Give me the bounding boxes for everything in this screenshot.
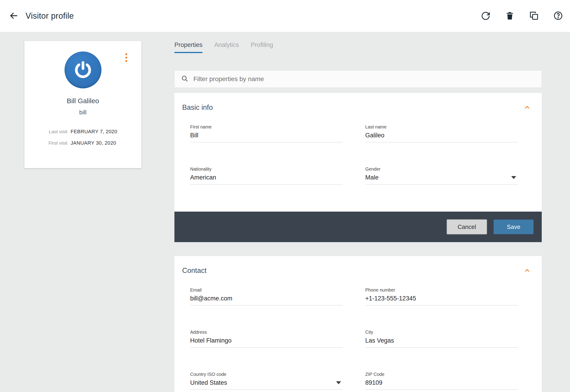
cancel-button[interactable]: Cancel: [447, 220, 487, 234]
save-button[interactable]: Save: [494, 220, 534, 234]
country-iso-label: Country ISO code: [190, 372, 343, 377]
nationality-input[interactable]: American: [190, 174, 343, 184]
first-name-input[interactable]: Bill: [190, 132, 343, 142]
tab-analytics[interactable]: Analytics: [214, 42, 239, 53]
nationality-field[interactable]: Nationality American: [190, 167, 343, 184]
header-left: Visitor profile: [8, 11, 74, 21]
contact-section: Contact Email bill@acme.com Phone number…: [175, 256, 542, 392]
last-name-label: Last name: [365, 124, 518, 130]
trash-icon: [505, 11, 515, 21]
back-button[interactable]: [8, 11, 19, 21]
visitor-name: Bill Galileo: [24, 97, 141, 105]
zip-code-input[interactable]: 89109: [365, 379, 518, 390]
phone-number-value[interactable]: +1-123-555-12345: [365, 295, 416, 302]
email-label: Email: [190, 287, 343, 293]
basic-info-body: Basic info First name Bill Last name Gal…: [175, 93, 542, 212]
page-title: Visitor profile: [26, 11, 74, 21]
last-visit-value: FEBRUARY 7, 2020: [71, 129, 117, 135]
collapse-contact-button[interactable]: [523, 266, 532, 275]
last-visit-label: Last visit: [49, 129, 68, 134]
chevron-up-icon: [524, 104, 531, 111]
nationality-label: Nationality: [190, 167, 343, 172]
visitor-username: bill: [24, 109, 141, 116]
refresh-button[interactable]: [480, 11, 491, 21]
zip-code-value[interactable]: 89109: [365, 379, 382, 386]
gender-value[interactable]: Male: [365, 174, 379, 181]
city-field[interactable]: City Las Vegas: [365, 330, 518, 348]
tab-properties[interactable]: Properties: [175, 42, 203, 53]
dropdown-caret-icon[interactable]: [511, 176, 516, 179]
copy-button[interactable]: [528, 11, 540, 21]
phone-number-input[interactable]: +1-123-555-12345: [365, 295, 518, 306]
header: Visitor profile: [0, 0, 570, 32]
last-name-input[interactable]: Galileo: [365, 132, 518, 142]
zip-code-label: ZIP Code: [365, 372, 518, 377]
email-input[interactable]: bill@acme.com: [190, 295, 343, 306]
back-arrow-icon: [9, 11, 18, 21]
power-icon: [72, 58, 94, 81]
first-visit-label: First visit: [49, 140, 68, 146]
phone-number-label: Phone number: [365, 287, 518, 293]
gender-select[interactable]: Gender Male: [365, 167, 518, 184]
first-name-value[interactable]: Bill: [190, 132, 198, 139]
last-name-value[interactable]: Galileo: [365, 132, 384, 139]
section-title-basic-info: Basic info: [175, 93, 542, 112]
help-icon: [553, 11, 563, 21]
address-value[interactable]: Hotel Flamingo: [190, 337, 232, 344]
country-iso-dropdown[interactable]: United States: [190, 379, 343, 390]
contact-fields: Email bill@acme.com Phone number +1-123-…: [190, 287, 542, 390]
city-input[interactable]: Las Vegas: [365, 337, 518, 348]
phone-number-field[interactable]: Phone number +1-123-555-12345: [365, 287, 518, 306]
dropdown-caret-icon[interactable]: [336, 381, 341, 384]
gender-dropdown[interactable]: Male: [365, 174, 518, 184]
tab-profiling[interactable]: Profiling: [251, 42, 273, 53]
basic-info-section: Basic info First name Bill Last name Gal…: [175, 93, 542, 242]
kebab-menu-icon[interactable]: [124, 52, 128, 63]
last-name-field[interactable]: Last name Galileo: [365, 124, 518, 142]
zip-code-field[interactable]: ZIP Code 89109: [365, 372, 518, 390]
help-button[interactable]: [553, 11, 564, 21]
visit-dates: Last visit FEBRUARY 7, 2020 First visit …: [24, 129, 141, 146]
country-iso-value[interactable]: United States: [190, 379, 227, 386]
filter-bar: [175, 70, 542, 88]
search-icon: [181, 75, 188, 83]
collapse-basic-info-button[interactable]: [523, 103, 532, 112]
visitor-profile-card: Bill Galileo bill Last visit FEBRUARY 7,…: [24, 41, 141, 168]
city-label: City: [365, 330, 518, 335]
header-actions: [480, 11, 564, 21]
address-input[interactable]: Hotel Flamingo: [190, 337, 343, 348]
contact-body: Contact Email bill@acme.com Phone number…: [175, 256, 542, 392]
first-name-label: First name: [190, 124, 343, 130]
delete-button[interactable]: [504, 11, 515, 21]
refresh-icon: [481, 11, 490, 21]
email-value[interactable]: bill@acme.com: [190, 295, 232, 302]
chevron-up-icon: [524, 267, 531, 274]
filter-properties-input[interactable]: [193, 75, 535, 83]
first-visit-value: JANUARY 30, 2020: [71, 140, 117, 146]
copy-icon: [529, 11, 539, 21]
address-label: Address: [190, 330, 343, 335]
avatar: [65, 52, 102, 88]
country-iso-select[interactable]: Country ISO code United States: [190, 372, 343, 390]
gender-label: Gender: [365, 167, 518, 172]
basic-info-action-bar: Cancel Save: [175, 212, 542, 242]
city-value[interactable]: Las Vegas: [365, 337, 394, 344]
section-title-contact: Contact: [175, 256, 542, 275]
tab-bar: Properties Analytics Profiling: [175, 42, 273, 53]
address-field[interactable]: Address Hotel Flamingo: [190, 330, 343, 348]
first-name-field[interactable]: First name Bill: [190, 124, 343, 142]
email-field[interactable]: Email bill@acme.com: [190, 287, 343, 306]
basic-info-fields: First name Bill Last name Galileo Nation…: [190, 124, 542, 184]
nationality-value[interactable]: American: [190, 174, 216, 181]
